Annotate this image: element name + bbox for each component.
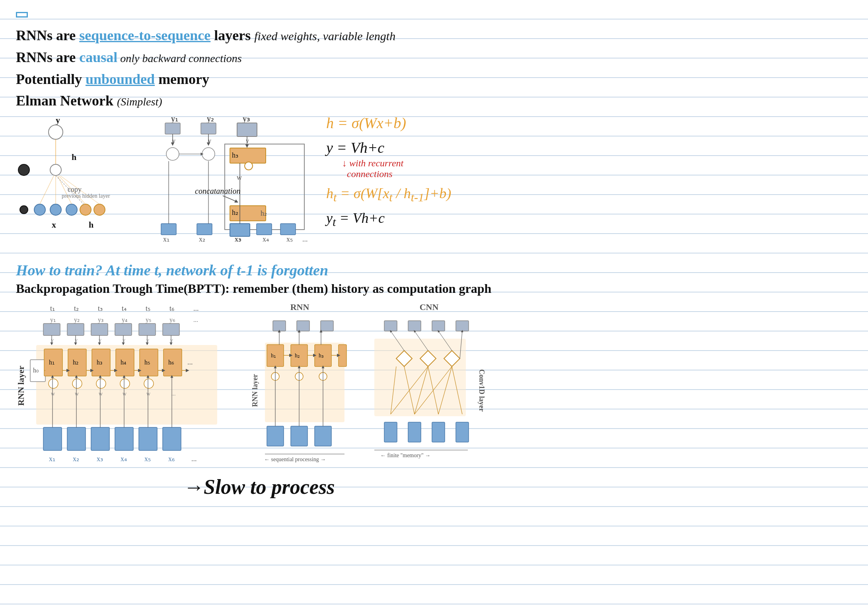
svg-text:h₂: h₂: [295, 353, 300, 359]
svg-rect-126: [43, 427, 62, 450]
svg-point-12: [18, 164, 29, 175]
svg-rect-79: [163, 324, 179, 335]
svg-text:t₁: t₁: [50, 304, 55, 312]
bptt-unrolled: RNN layer t₁ t₂ t₃ t₄ t₅ t₆ ...: [16, 302, 227, 469]
line4-simplest: (Simplest): [117, 96, 162, 108]
svg-text:v: v: [246, 137, 249, 144]
line1-seq: sequence-to-sequence: [79, 27, 210, 43]
svg-rect-176: [432, 321, 445, 331]
bptt-title: Backpropagation Trough Time(BPTT): remem…: [16, 281, 852, 296]
svg-text:x₄: x₄: [121, 455, 127, 463]
svg-text:h₃: h₃: [97, 359, 102, 366]
line3-unbounded: unbounded: [86, 71, 155, 87]
svg-text:concatanation: concatanation: [195, 187, 240, 195]
line3-text1: Potentially: [16, 71, 86, 87]
svg-text:h₂: h₂: [232, 209, 238, 216]
svg-text:x₁: x₁: [49, 455, 55, 463]
svg-text:v: v: [75, 337, 78, 343]
svg-text:x₅: x₅: [144, 455, 151, 463]
svg-text:x₅: x₅: [286, 235, 293, 243]
svg-text:h₁: h₁: [49, 359, 54, 366]
svg-rect-78: [139, 324, 156, 335]
svg-rect-174: [384, 321, 397, 331]
unrolled-svg: y₁ y₂ y₃ v v v h₃: [159, 114, 310, 249]
svg-text:v: v: [99, 337, 101, 343]
svg-text:h₃: h₃: [319, 353, 324, 359]
cnn-diagram: CNN: [372, 302, 486, 466]
svg-text:w: w: [123, 391, 127, 397]
elman-unrolled-diagram: y₁ y₂ y₃ v v v h₃: [159, 114, 302, 249]
slow-text: →Slow to process: [183, 475, 852, 499]
svg-rect-50: [161, 224, 176, 235]
svg-text:...: ...: [193, 316, 198, 323]
svg-text:h₄: h₄: [121, 359, 126, 366]
svg-text:t₃: t₃: [98, 304, 103, 312]
svg-rect-193: [384, 422, 397, 442]
rnn-diagram-wrapper: RNN layer: [251, 315, 348, 466]
equations-area: h = σ(Wx+b) y = Vh+c ↓ with recurrent co…: [318, 114, 852, 229]
eq3: ht = σ(W[xt / ht-1]+b): [326, 185, 852, 204]
svg-text:t₅: t₅: [146, 304, 150, 312]
svg-point-1: [49, 125, 63, 139]
svg-text:t₂: t₂: [74, 304, 79, 312]
svg-text:h₃: h₃: [232, 151, 238, 159]
svg-text:x₂: x₂: [73, 455, 79, 463]
svg-rect-148: [321, 321, 333, 331]
line4: Elman Network (Simplest): [16, 92, 852, 110]
line3: Potentially unbounded memory: [16, 70, 852, 89]
svg-rect-54: [280, 224, 296, 235]
svg-point-37: [202, 148, 215, 160]
svg-rect-27: [237, 123, 257, 136]
svg-text:y₂: y₂: [207, 114, 214, 123]
svg-rect-25: [165, 123, 180, 134]
svg-text:h₆: h₆: [168, 359, 174, 366]
svg-text:v: v: [170, 337, 173, 343]
line3-memory: memory: [155, 71, 209, 87]
line1: RNNs are sequence-to-sequence layers fix…: [16, 26, 852, 45]
svg-rect-131: [163, 427, 181, 450]
svg-text:y₁: y₁: [50, 316, 56, 324]
svg-text:x: x: [52, 220, 56, 230]
svg-rect-165: [267, 426, 284, 446]
line1-text2: layers: [210, 27, 254, 43]
svg-text:x₃: x₃: [97, 455, 103, 463]
elman-left-diagram: y h x h: [16, 114, 143, 249]
svg-rect-167: [315, 426, 331, 446]
diagram-section: y h x h: [16, 114, 852, 249]
svg-rect-127: [67, 427, 86, 450]
svg-text:v: v: [146, 337, 149, 343]
svg-text:...: ...: [193, 304, 199, 312]
svg-text:v: v: [51, 337, 54, 343]
svg-text:previous hidden layer: previous hidden layer: [62, 193, 110, 199]
svg-text:t₄: t₄: [122, 304, 127, 312]
eq2-note: ↓ with recurrent connections: [342, 158, 852, 179]
svg-line-14: [40, 176, 54, 204]
svg-rect-76: [91, 324, 108, 335]
svg-text:h: h: [72, 152, 76, 162]
svg-point-38: [245, 162, 253, 170]
svg-text:← sequential processing →: ← sequential processing →: [264, 456, 326, 462]
svg-text:y₃: y₃: [98, 316, 103, 324]
svg-point-6: [50, 204, 61, 215]
svg-rect-75: [67, 324, 84, 335]
svg-text:w: w: [99, 391, 103, 397]
svg-point-9: [80, 204, 91, 215]
svg-text:y: y: [56, 115, 60, 125]
svg-text:h₁: h₁: [271, 353, 276, 359]
svg-point-116: [144, 379, 154, 388]
svg-rect-196: [456, 422, 469, 442]
svg-rect-77: [115, 324, 132, 335]
svg-point-3: [50, 164, 61, 175]
bptt-question: How to train? At time t, network of t-1 …: [16, 261, 852, 279]
svg-text:x₂: x₂: [199, 235, 205, 243]
svg-point-10: [94, 204, 105, 215]
svg-rect-195: [432, 422, 445, 442]
svg-point-108: [49, 379, 58, 388]
svg-rect-26: [201, 123, 216, 134]
svg-text:y₃: y₃: [243, 114, 250, 123]
svg-text:h₂: h₂: [261, 209, 267, 217]
eq4: yt = Vh+c: [326, 210, 852, 229]
svg-rect-166: [291, 426, 307, 446]
svg-text:y₁: y₁: [171, 114, 178, 123]
svg-text:x₁: x₁: [163, 235, 169, 243]
